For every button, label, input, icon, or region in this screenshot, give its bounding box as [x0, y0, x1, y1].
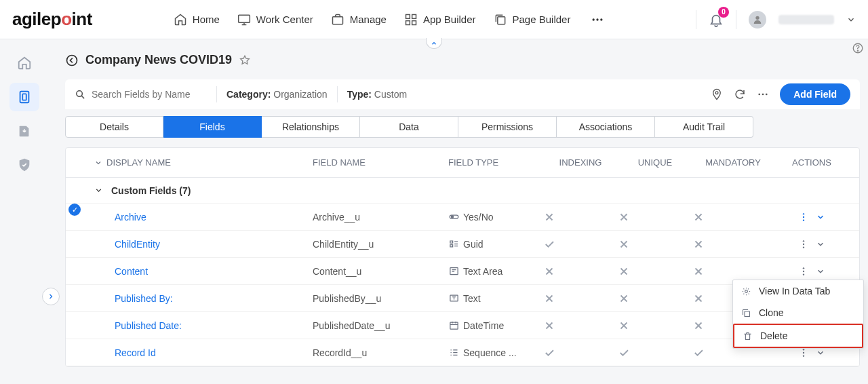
ctx-delete[interactable]: Delete: [733, 324, 863, 348]
field-display-name[interactable]: Content: [75, 266, 313, 277]
col-header-mandatory[interactable]: MANDATORY: [692, 157, 774, 168]
svg-rect-11: [20, 92, 29, 103]
location-icon[interactable]: [711, 88, 723, 100]
tab-fields[interactable]: Fields: [163, 116, 262, 138]
view-icon: [741, 286, 752, 296]
col-header-unique[interactable]: UNIQUE: [618, 157, 692, 168]
svg-point-10: [755, 16, 759, 19]
nav-more[interactable]: [588, 13, 607, 26]
unique-cell: [618, 211, 692, 223]
svg-point-17: [715, 92, 718, 94]
ctx-clone[interactable]: Clone: [733, 302, 863, 324]
search-input[interactable]: [92, 89, 207, 100]
col-header-type[interactable]: FIELD TYPE: [448, 157, 543, 168]
nav-label: Work Center: [256, 14, 313, 25]
rail-home[interactable]: [9, 49, 39, 77]
nav-page-builder[interactable]: Page Builder: [494, 13, 571, 26]
tab-relationships[interactable]: Relationships: [262, 116, 360, 138]
tab-permissions[interactable]: Permissions: [458, 116, 557, 138]
more-icon[interactable]: [757, 88, 769, 100]
svg-point-14: [857, 50, 858, 51]
nav-work-center[interactable]: Work Center: [237, 13, 313, 26]
svg-point-28: [803, 240, 804, 242]
field-name: ChildEntity__u: [313, 239, 448, 250]
svg-point-33: [803, 270, 804, 271]
table-row[interactable]: ArchiveArchive__uYes/No: [66, 204, 859, 231]
trash-icon: [743, 331, 753, 341]
rail-security[interactable]: [9, 151, 39, 179]
back-button[interactable]: [65, 54, 79, 67]
field-name: Content__u: [313, 266, 448, 277]
svg-point-15: [67, 55, 77, 65]
search-icon: [75, 89, 86, 100]
row-expand-icon[interactable]: [816, 212, 825, 222]
chevron-down-icon[interactable]: [846, 15, 856, 24]
svg-point-46: [745, 290, 748, 292]
help-icon[interactable]: [852, 42, 864, 54]
svg-rect-3: [412, 14, 416, 18]
star-icon[interactable]: [239, 54, 251, 66]
field-display-name[interactable]: Archive: [75, 212, 313, 223]
field-display-name[interactable]: Published By:: [75, 293, 313, 304]
tab-audit-trail[interactable]: Audit Trail: [655, 116, 753, 138]
nav-app-builder[interactable]: App Builder: [404, 13, 476, 26]
indexing-cell: [543, 320, 618, 332]
nav-home[interactable]: Home: [174, 13, 220, 26]
col-header-field[interactable]: FIELD NAME: [313, 157, 448, 168]
svg-rect-4: [406, 20, 410, 24]
rail-entities[interactable]: [9, 83, 39, 111]
field-type: DateTime: [448, 320, 543, 331]
row-more-icon[interactable]: [798, 212, 809, 223]
textarea-icon: [448, 266, 459, 276]
monitor-icon: [237, 13, 251, 26]
nav-label: Manage: [350, 14, 387, 25]
svg-rect-5: [412, 20, 416, 24]
svg-point-20: [766, 94, 768, 96]
svg-rect-1: [332, 16, 342, 24]
notifications-button[interactable]: 0: [709, 12, 724, 27]
svg-point-29: [803, 243, 804, 244]
ctx-view-data[interactable]: View In Data Tab: [733, 280, 863, 302]
avatar[interactable]: [749, 11, 766, 28]
field-display-name[interactable]: Published Date:: [75, 320, 313, 331]
indexing-cell: [543, 265, 618, 277]
rail-expand-button[interactable]: [42, 288, 60, 305]
field-display-name[interactable]: Record Id: [75, 347, 313, 358]
add-field-button[interactable]: Add Field: [780, 83, 850, 105]
table-row[interactable]: ChildEntityChildEntity__uGuid: [66, 231, 859, 258]
category-filter: Category: Organization: [226, 89, 328, 100]
rail-downloads[interactable]: [9, 117, 39, 145]
svg-point-9: [601, 18, 603, 20]
col-header-display[interactable]: DISPLAY NAME: [75, 157, 313, 168]
tab-associations[interactable]: Associations: [557, 116, 655, 138]
row-more-icon[interactable]: [798, 239, 809, 250]
svg-point-22: [451, 216, 453, 218]
field-display-name[interactable]: ChildEntity: [75, 239, 313, 250]
mandatory-cell: [692, 238, 774, 250]
field-type: Guid: [448, 239, 543, 250]
page-title: Company News COVID19: [85, 53, 232, 67]
unique-cell: [618, 347, 692, 359]
row-more-icon[interactable]: [798, 266, 809, 277]
row-expand-icon[interactable]: [816, 267, 825, 276]
unique-cell: [618, 265, 692, 277]
search-field[interactable]: [75, 89, 207, 100]
text-icon: [448, 293, 459, 303]
svg-point-24: [803, 216, 804, 217]
tab-details[interactable]: Details: [65, 116, 163, 138]
col-header-indexing[interactable]: INDEXING: [543, 157, 618, 168]
nav-manage[interactable]: Manage: [331, 13, 387, 26]
tab-data[interactable]: Data: [360, 116, 458, 138]
unique-cell: [618, 320, 692, 332]
row-expand-icon[interactable]: [816, 348, 825, 358]
group-row[interactable]: Custom Fields (7): [66, 178, 859, 204]
svg-point-32: [803, 267, 804, 269]
svg-point-8: [597, 18, 599, 20]
brand-logo: agilepoint: [12, 9, 92, 30]
more-icon: [591, 13, 604, 26]
refresh-icon[interactable]: [734, 88, 746, 100]
row-expand-icon[interactable]: [816, 239, 825, 249]
nav-label: App Builder: [423, 14, 476, 25]
nav-label: Page Builder: [513, 14, 571, 25]
field-name: PublishedBy__u: [313, 293, 448, 304]
